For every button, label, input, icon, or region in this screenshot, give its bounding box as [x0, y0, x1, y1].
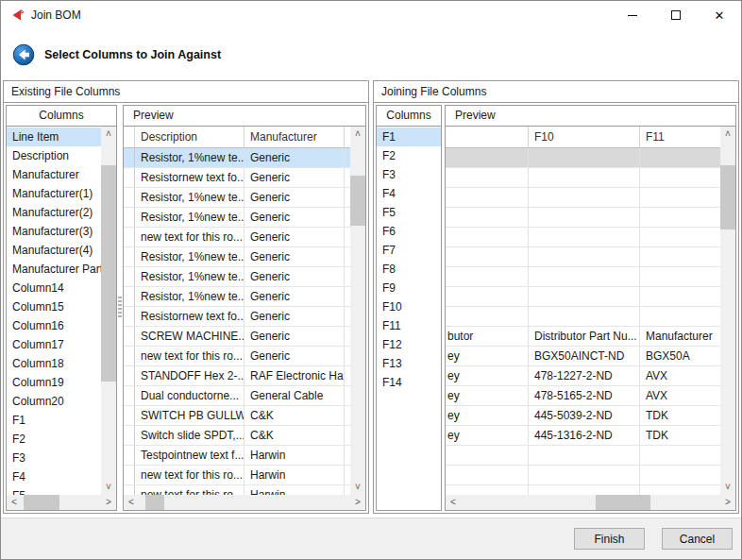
table-row[interactable] [446, 208, 720, 228]
table-row[interactable]: Testpointnew text f...Harwin [124, 446, 350, 466]
table-row[interactable]: new text for this ro...Generic [124, 228, 350, 247]
chevron-left-icon[interactable]: ˂ [7, 495, 22, 510]
chevron-right-icon[interactable]: ˃ [101, 495, 116, 510]
scrollbar-thumb[interactable] [350, 176, 365, 227]
list-item[interactable]: F2 [377, 146, 441, 165]
minimize-button[interactable] [611, 1, 654, 29]
table-row[interactable]: Dual conductorne...General Cable [124, 386, 350, 406]
list-item[interactable]: F3 [7, 449, 101, 467]
list-item[interactable]: Column17 [7, 335, 101, 354]
existing-columns-horizontal-scrollbar[interactable]: ˂˃ [7, 495, 116, 510]
table-row[interactable]: Resistor, 1%new te...Generic [124, 267, 350, 287]
list-item[interactable]: F2 [7, 430, 101, 449]
joining-preview-horizontal-scrollbar[interactable]: ˂˃ [446, 495, 735, 510]
column-header[interactable]: Manufacturer [245, 127, 345, 147]
list-item[interactable]: F14 [377, 373, 441, 392]
list-item[interactable]: F9 [377, 279, 441, 297]
scrollbar-track[interactable] [720, 142, 735, 480]
list-item[interactable]: Column16 [7, 316, 101, 335]
list-item[interactable]: F8 [377, 260, 441, 279]
list-item[interactable]: Manufacturer Part [7, 260, 101, 279]
joining-preview-vertical-scrollbar[interactable]: ˄˅ [720, 127, 735, 495]
table-row[interactable]: eyBGX50AINCT-NDBGX50A [446, 347, 720, 366]
table-row[interactable]: STANDOFF Hex 2-...RAF Electronic Har.. [124, 366, 350, 386]
table-row[interactable]: Resistor, 1%new te...Generic [124, 247, 350, 267]
list-item[interactable]: Manufacturer(4) [7, 241, 101, 260]
table-row[interactable] [446, 168, 720, 188]
list-item[interactable]: F4 [7, 467, 101, 486]
list-item[interactable]: F10 [377, 297, 441, 316]
list-item[interactable]: Column14 [7, 279, 101, 297]
table-row[interactable]: new text for this ro...Harwin [124, 485, 350, 495]
chevron-up-icon[interactable]: ˄ [720, 127, 735, 142]
chevron-right-icon[interactable]: ˃ [350, 495, 365, 510]
list-item[interactable]: F4 [377, 184, 441, 203]
scrollbar-thumb[interactable] [24, 495, 60, 510]
list-item[interactable]: Column20 [7, 392, 101, 411]
list-item[interactable]: F1 [7, 411, 101, 430]
list-item[interactable]: F7 [377, 241, 441, 260]
column-header[interactable] [446, 127, 529, 147]
table-row[interactable] [446, 247, 720, 267]
chevron-down-icon[interactable]: ˅ [101, 480, 116, 495]
table-row[interactable] [446, 466, 720, 485]
table-row[interactable]: new text for this ro...Harwin [124, 466, 350, 485]
list-item[interactable]: F13 [377, 354, 441, 373]
back-button[interactable] [12, 43, 35, 66]
list-item[interactable]: Column15 [7, 297, 101, 316]
list-item[interactable]: F11 [377, 316, 441, 335]
scrollbar-track[interactable] [22, 495, 101, 510]
table-row[interactable] [446, 446, 720, 466]
list-item[interactable]: F12 [377, 335, 441, 354]
finish-button[interactable]: Finish [574, 528, 645, 550]
table-row[interactable]: butorDistributor Part Nu...Manufacturer [446, 327, 720, 347]
table-row[interactable]: Resistornew text fo...Generic [124, 307, 350, 327]
list-item[interactable]: Manufacturer(1) [7, 184, 101, 203]
table-row[interactable]: Resistor, 1%new te...Generic [124, 188, 350, 208]
scrollbar-track[interactable] [139, 495, 350, 510]
existing-columns-vertical-scrollbar[interactable]: ˄˅ [101, 127, 116, 495]
table-row[interactable]: ey445-1316-2-NDTDK [446, 426, 720, 446]
list-item[interactable]: Column19 [7, 373, 101, 392]
scrollbar-track[interactable] [101, 142, 116, 480]
table-row[interactable]: ey478-5165-2-NDAVX [446, 386, 720, 406]
column-header[interactable]: Description [135, 127, 245, 147]
list-item[interactable]: F1 [377, 127, 441, 146]
table-row[interactable]: Resistor, 1%new te...Generic [124, 148, 350, 168]
table-row[interactable]: Resistor, 1%new te...Generic [124, 287, 350, 307]
scrollbar-thumb[interactable] [720, 165, 735, 229]
list-item[interactable]: Manufacturer(3) [7, 222, 101, 241]
table-row[interactable]: ey445-5039-2-NDTDK [446, 406, 720, 426]
list-item[interactable]: Column18 [7, 354, 101, 373]
list-item[interactable]: Line Item [7, 127, 101, 146]
scrollbar-thumb[interactable] [145, 495, 164, 510]
table-row[interactable]: SCREW MACHINE...Generic [124, 327, 350, 347]
table-row[interactable]: Resistor, 1%new te...Generic [124, 208, 350, 228]
existing-preview-horizontal-scrollbar[interactable]: ˂˃ [124, 495, 365, 510]
table-row[interactable] [446, 228, 720, 247]
table-row[interactable] [446, 148, 720, 168]
maximize-button[interactable] [654, 1, 698, 29]
list-item[interactable]: F5 [7, 486, 101, 495]
scrollbar-thumb[interactable] [101, 165, 116, 382]
chevron-left-icon[interactable]: ˂ [446, 495, 461, 510]
table-row[interactable] [446, 188, 720, 208]
scrollbar-track[interactable] [350, 142, 365, 480]
chevron-down-icon[interactable]: ˅ [350, 480, 365, 495]
table-row[interactable]: Resistornew text fo...Generic [124, 168, 350, 188]
list-item[interactable]: Manufacturer [7, 165, 101, 184]
chevron-left-icon[interactable]: ˂ [124, 495, 139, 510]
list-item[interactable]: F5 [377, 203, 441, 222]
chevron-up-icon[interactable]: ˄ [101, 127, 116, 142]
table-row[interactable]: Switch slide SPDT,...C&K [124, 426, 350, 446]
scrollbar-thumb[interactable] [596, 495, 650, 510]
table-row[interactable] [446, 267, 720, 287]
list-item[interactable]: F3 [377, 165, 441, 184]
table-row[interactable] [446, 307, 720, 327]
table-row[interactable]: new text for this ro...Generic [124, 347, 350, 366]
column-header[interactable]: F11 [640, 127, 720, 147]
close-button[interactable]: ✕ [698, 1, 741, 29]
scrollbar-track[interactable] [461, 495, 720, 510]
chevron-up-icon[interactable]: ˄ [350, 127, 365, 142]
table-row[interactable] [446, 287, 720, 307]
